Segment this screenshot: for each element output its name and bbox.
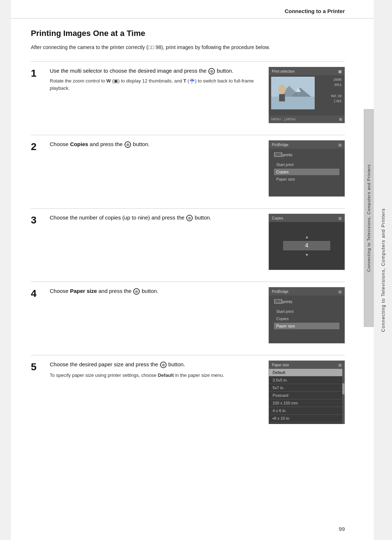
page-heading: Printing Images One at a Time [31,29,345,38]
side-label-text: Connecting to Televisions, Computers and… [367,164,371,272]
screen2-icon: ▩ [338,143,342,147]
screen1-icon: ▩ [338,69,342,73]
svg-rect-6 [279,94,285,101]
page: Connecting to a Printer Printing Images … [11,0,374,540]
step-4-content: Choose Paper size and press the ◎ button… [50,287,261,298]
screen4-prints-val: 004 [274,299,282,304]
screen2-prints-val: 000 [274,152,282,157]
screen1-bottom: MENU : △MENU ▩ [269,116,344,123]
step-4-row: 4 Choose Paper size and press the ◎ butt… [31,282,345,343]
step-1-screen: Print selection ▩ [269,67,345,123]
step-5-main-text: Choose the desired paper size and press … [50,360,261,369]
step-4-number: 4 [31,288,42,299]
step-1-sub-text: Rotate the zoom control to W (▣) to disp… [50,77,261,92]
screen1-header: Print selection ▩ [269,67,344,75]
step-2-content: Choose Copies and press the ◎ button. [50,140,261,151]
step-3-main-text: Choose the number of copies (up to nine)… [50,214,261,222]
right-tab-text: Connecting to Televisions, Computers and… [380,208,386,332]
screen4-item-startprint: Start print [274,308,339,315]
step-3-content: Choose the number of copies (up to nine)… [50,214,261,224]
screen5-scrollbar [342,369,344,424]
screen5-item-8x10: ▪8 x 10 in. [269,415,344,422]
svg-point-5 [278,85,286,94]
step-1-content: Use the multi selector to choose the des… [50,67,261,92]
screen2-body: 000prints Start print Copies Paper size [269,149,344,185]
step-2-row: 2 Choose Copies and press the ◎ button. … [31,135,345,197]
step-5-content: Choose the desired paper size and press … [50,360,261,379]
screen1-title: Print selection [272,69,295,73]
step-5-screen: Paper size ▩ Default 3.5x5 in. 5x7 in. P… [269,360,345,424]
right-tab: Connecting to Televisions, Computers and… [374,0,392,540]
main-content: Printing Images One at a Time After conn… [11,25,374,443]
screen2-prints: 000prints [274,152,339,157]
ok-icon-3: ◎ [186,215,193,221]
step-5-sub-text: To specify paper size using printer sett… [50,372,261,379]
step-4-main-text: Choose Paper size and press the ◎ button… [50,287,261,295]
svg-rect-8 [298,92,298,95]
screen5-item-4x6: 4 x 6 in. [269,407,344,415]
screen1-menu-txt: MENU : △MENU [271,117,296,121]
screen2-prints-label: prints [283,153,293,157]
svg-rect-4 [271,97,315,109]
ok-icon-2: ◎ [124,141,131,148]
ok-icon-5: ◎ [160,362,167,368]
screen4-item-copies: Copies [274,315,339,322]
side-label-box: Connecting to Televisions, Computers and… [364,109,374,327]
step-5-row: 5 Choose the desired paper size and pres… [31,355,345,424]
screen5-header: Paper size ▩ [269,361,344,369]
screen2-item-startprint: Start print [274,161,339,168]
screen2-header: PictBridge ▩ [269,141,344,149]
screen1-photo-svg [271,77,315,109]
screen5-icon: ▩ [338,363,342,367]
screen5-item-5x7: 5x7 in. [269,384,344,392]
screen2-item-papersize: Paper size [274,176,339,182]
screen2-title: PictBridge [272,143,289,147]
screen5-item-35x5: 3.5x5 in. [269,376,344,384]
ok-icon-4: ◎ [133,288,140,295]
step-4-screen: PictBridge ▩ 004prints Start print Copie… [269,287,345,343]
screen3-arrow-down: ▾ [306,252,308,258]
screen4-prints-label: prints [283,299,293,304]
screen5-scrollbar-thumb [342,383,344,394]
screen5-item-default: Default [269,369,344,376]
step-3-row: 3 Choose the number of copies (up to nin… [31,208,345,270]
step-2-main-text: Choose Copies and press the ◎ button. [50,140,261,149]
page-number: 99 [339,526,345,532]
screen3-body: ▴ 4 ▾ [269,222,344,269]
header-title: Connecting to a Printer [285,8,345,14]
screen3-number: 4 [283,241,330,250]
screen4-header: PictBridge ▩ [269,287,344,295]
intro-text: After connecting the camera to the print… [31,43,345,51]
page-header: Connecting to a Printer [11,0,374,19]
screen3-title: Copies [272,216,283,220]
screen4-item-papersize: Paper size [274,323,339,329]
screen5-list: Default 3.5x5 in. 5x7 in. Postcard 100 x… [269,369,344,422]
screen4-body: 004prints Start print Copies Paper size [269,295,344,332]
screen4-title: PictBridge [272,290,289,294]
step-2-screen: PictBridge ▩ 000prints Start print Copie… [269,140,345,197]
screen5-item-100x150: 100 x 150 mm [269,399,344,407]
screen1-ok-txt: ▩ [339,117,342,121]
screen4-prints: 004prints [274,299,339,304]
screen4-icon: ▩ [338,290,342,294]
ok-icon-1: ◎ [208,68,215,74]
step-5-number: 5 [31,361,42,373]
step-1-number: 1 [31,68,42,79]
screen5-item-postcard: Postcard [269,392,344,399]
step-1-row: 1 Use the multi selector to choose the d… [31,61,345,123]
screen3-arrow-up: ▴ [306,234,308,239]
step-3-screen: Copies ▩ ▴ 4 ▾ [269,214,345,270]
screen2-item-copies: Copies [274,169,339,175]
screen3-icon: ▩ [338,216,342,220]
screen3-header: Copies ▩ [269,214,344,222]
step-3-number: 3 [31,214,42,226]
step-1-main-text: Use the multi selector to choose the des… [50,67,261,75]
step-2-number: 2 [31,141,42,153]
screen5-title: Paper size [272,363,289,367]
